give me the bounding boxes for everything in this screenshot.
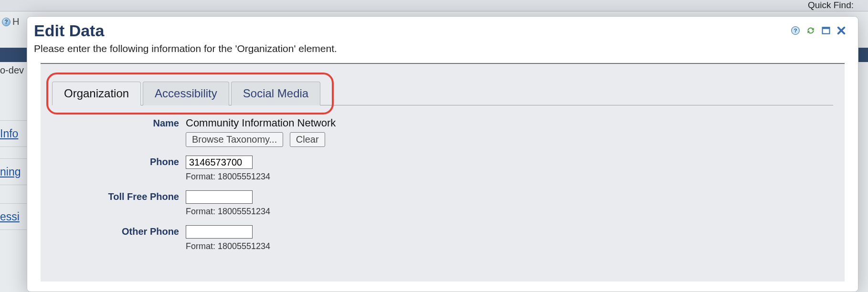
phone-input[interactable] [186,156,253,169]
clear-button[interactable]: Clear [290,132,325,147]
edit-data-modal: ? Edit Data Please enter the following i… [27,16,858,292]
toll-free-hint: Format: 18005551234 [186,207,833,217]
modal-title: Edit Data [34,21,845,40]
help-link-fragment: ? H [2,16,19,27]
modal-header: Edit Data Please enter the following inf… [27,17,858,56]
modal-toolbar: ? [790,25,847,36]
tab-organization[interactable]: Organization [52,82,141,105]
field-phone: Format: 18005551234 [186,156,833,182]
modal-body: Organization Accessibility Social Media … [41,63,845,282]
quick-find-bar: Quick Find: [0,0,868,11]
row-name: Name Community Information Network Brows… [52,117,833,147]
label-other-phone: Other Phone [52,225,186,237]
browse-taxonomy-button[interactable]: Browse Taxonomy... [186,132,283,147]
close-icon[interactable] [836,25,847,36]
label-name: Name [52,117,186,129]
help-letter: H [12,16,19,27]
maximize-icon[interactable] [821,25,831,36]
quick-find-label: Quick Find: [808,0,854,10]
bg-link-ning[interactable]: ning [0,166,21,178]
svg-rect-3 [823,27,830,29]
tab-strip: Organization Accessibility Social Media [52,81,833,105]
tab-accessibility[interactable]: Accessibility [143,82,229,105]
label-toll-free: Toll Free Phone [52,190,186,202]
row-toll-free: Toll Free Phone Format: 18005551234 [52,190,833,217]
label-phone: Phone [52,156,186,167]
bg-link-essi[interactable]: essi [0,210,20,223]
bg-row: essi [0,203,27,230]
toll-free-input[interactable] [186,190,253,204]
tab-label: Organization [64,87,129,100]
field-other-phone: Format: 18005551234 [186,225,833,251]
phone-hint: Format: 18005551234 [186,172,833,182]
bg-link-info[interactable]: Info [0,127,18,140]
other-phone-hint: Format: 18005551234 [186,241,833,251]
svg-text:?: ? [794,27,797,33]
row-phone: Phone Format: 18005551234 [52,156,833,182]
dev-text-fragment: o-dev [0,65,24,76]
help-icon: ? [2,18,11,26]
tab-label: Social Media [243,87,308,100]
name-value: Community Information Network [186,117,833,129]
tab-label: Accessibility [155,87,217,100]
refresh-icon[interactable] [805,25,816,36]
row-other-phone: Other Phone Format: 18005551234 [52,225,833,251]
other-phone-input[interactable] [186,225,253,239]
bg-row: Info [0,120,27,147]
bg-row: ning [0,158,27,185]
tab-social-media[interactable]: Social Media [231,82,320,105]
field-name: Community Information Network Browse Tax… [186,117,833,147]
modal-subtitle: Please enter the following information f… [34,43,845,54]
field-toll-free: Format: 18005551234 [186,190,833,217]
help-icon[interactable]: ? [790,25,801,36]
